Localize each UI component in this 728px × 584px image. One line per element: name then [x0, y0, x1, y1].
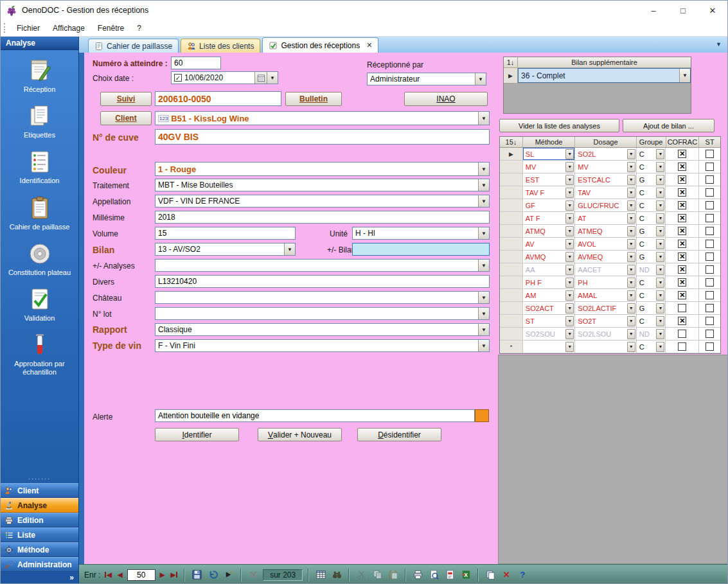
dropdown-icon[interactable]: ▼	[627, 149, 635, 159]
save-icon[interactable]	[190, 569, 203, 581]
menu-item-help[interactable]: ?	[130, 21, 148, 35]
menu-item-fichier[interactable]: Fichier	[10, 21, 46, 35]
dosage-cell[interactable]: GLUC/FRUC▼	[575, 199, 636, 212]
methode-cell[interactable]: SO2ACT▼	[523, 302, 576, 315]
print-preview-icon[interactable]	[427, 569, 440, 581]
dosage-cell[interactable]: AACET▼	[575, 263, 636, 276]
dosage-column-header[interactable]: Dosage	[575, 137, 636, 147]
row-selector[interactable]: ▶	[504, 68, 518, 83]
groupe-cell[interactable]: C▼	[637, 315, 666, 328]
dropdown-icon[interactable]: ▼	[565, 149, 574, 159]
sidebar-item-cahier[interactable]: Cahier de paillasse	[3, 195, 76, 231]
groupe-cell[interactable]: C▼	[637, 186, 666, 199]
dropdown-icon[interactable]: ▼	[565, 213, 574, 224]
dropdown-icon[interactable]: ▼	[656, 175, 664, 185]
dropdown-icon[interactable]: ▼	[565, 329, 574, 339]
tab-gestion[interactable]: Gestion des réceptions✕	[262, 37, 378, 53]
suivi-button[interactable]: Suivi	[100, 92, 152, 106]
bilan-sup-sort-header[interactable]: 1↓	[504, 57, 518, 67]
dropdown-icon[interactable]: ▼	[627, 175, 635, 185]
duplicate-icon[interactable]	[484, 569, 497, 581]
methode-cell[interactable]: ▼	[523, 341, 576, 353]
nav-item-analyse[interactable]: Analyse	[1, 498, 78, 513]
dropdown-icon[interactable]: ▼	[656, 342, 664, 352]
desidentifier-button[interactable]: Désidentifier	[357, 428, 441, 441]
export-pdf-icon[interactable]	[443, 569, 456, 581]
dropdown-icon[interactable]: ▼	[627, 188, 635, 198]
sidebar-splitter[interactable]: ·······	[1, 475, 78, 483]
delete-icon[interactable]: ✕	[500, 569, 513, 581]
row-selector[interactable]	[500, 212, 523, 225]
tab-clients[interactable]: Liste des clients	[181, 39, 260, 53]
st-checkbox[interactable]	[699, 225, 720, 238]
unite-select[interactable]: H - Hl ▼	[352, 227, 490, 240]
nav-item-administration[interactable]: Administration	[1, 557, 78, 572]
chevron-down-icon[interactable]: ▼	[267, 72, 278, 84]
copy-icon[interactable]	[371, 569, 384, 581]
row-selector[interactable]	[500, 173, 523, 186]
dropdown-icon[interactable]: ▼	[565, 200, 574, 211]
nav-item-edition[interactable]: Edition	[1, 513, 78, 527]
couleur-select[interactable]: 1 - Rouge ▼	[155, 162, 490, 176]
dropdown-icon[interactable]: ▼	[656, 162, 664, 172]
st-checkbox[interactable]	[699, 238, 720, 251]
groupe-cell[interactable]: C▼	[637, 289, 666, 302]
dropdown-icon[interactable]: ▼	[565, 188, 574, 198]
dropdown-icon[interactable]: ▼	[565, 290, 574, 301]
sidebar-item-validation[interactable]: Validation	[3, 287, 76, 323]
groupe-cell[interactable]: G▼	[637, 225, 666, 238]
dropdown-icon[interactable]: ▼	[565, 278, 574, 288]
st-checkbox[interactable]	[699, 173, 720, 186]
dropdown-icon[interactable]: ▼	[656, 239, 664, 249]
menu-item-fentre[interactable]: Fenêtre	[91, 21, 130, 35]
groupe-cell[interactable]: G▼	[637, 173, 666, 186]
last-record-button[interactable]: ▶	[169, 571, 179, 578]
row-selector[interactable]	[500, 238, 523, 251]
break-link-icon[interactable]	[247, 569, 260, 581]
st-checkbox[interactable]	[699, 276, 720, 289]
chevron-down-icon[interactable]: ▼	[478, 112, 489, 125]
methode-cell[interactable]: AV▼	[523, 238, 576, 251]
dosage-cell[interactable]: ESTCALC▼	[575, 173, 636, 186]
dropdown-icon[interactable]: ▼	[565, 162, 574, 172]
groupe-cell[interactable]: ND▼	[637, 263, 666, 276]
traitement-select[interactable]: MBT - Mise Bouteilles ▼	[155, 179, 490, 191]
cofrac-checkbox[interactable]	[666, 315, 699, 328]
first-record-button[interactable]: ◀	[103, 571, 113, 578]
cofrac-checkbox[interactable]	[666, 148, 699, 161]
st-checkbox[interactable]	[699, 341, 720, 353]
dropdown-icon[interactable]: ▼	[627, 342, 635, 352]
dropdown-icon[interactable]: ▼	[656, 200, 664, 211]
search-binoculars-icon[interactable]	[330, 569, 343, 581]
inao-button[interactable]: INAO	[404, 92, 488, 106]
bilan-sup-select[interactable]: 36 - Complet ▼	[518, 68, 691, 83]
cofrac-checkbox[interactable]	[666, 302, 699, 315]
appellation-select[interactable]: VDF - VIN DE FRANCE ▼	[155, 195, 490, 208]
paste-icon[interactable]	[387, 569, 400, 581]
dropdown-icon[interactable]: ▼	[565, 175, 574, 185]
groupe-cell[interactable]: G▼	[637, 302, 666, 315]
dosage-cell[interactable]: AT▼	[575, 212, 636, 225]
vider-liste-button[interactable]: Vider la liste des analyses	[499, 119, 619, 132]
dropdown-icon[interactable]: ▼	[627, 252, 635, 262]
row-selector[interactable]	[500, 263, 523, 276]
chevron-down-icon[interactable]: ▼	[478, 292, 489, 303]
dosage-cell[interactable]: PH▼	[575, 276, 636, 289]
groupe-cell[interactable]: C▼	[637, 161, 666, 173]
nav-item-client[interactable]: Client	[1, 483, 78, 498]
row-selector[interactable]	[500, 315, 523, 328]
chevron-down-icon[interactable]: ▼	[284, 243, 295, 255]
cofrac-checkbox[interactable]	[666, 341, 699, 353]
dropdown-icon[interactable]: ▼	[565, 252, 574, 262]
suivi-input[interactable]	[155, 91, 281, 106]
client-button[interactable]: Client	[100, 111, 152, 125]
tab-cahier[interactable]: Cahier de paillasse	[88, 39, 179, 53]
dropdown-icon[interactable]: ▼	[656, 278, 664, 288]
st-column-header[interactable]: ST	[699, 137, 720, 147]
chevron-down-icon[interactable]: ▼	[478, 227, 489, 239]
cofrac-checkbox[interactable]	[666, 161, 699, 173]
tab-list-dropdown-icon[interactable]: ▼	[716, 41, 722, 48]
groupe-cell[interactable]: C▼	[637, 238, 666, 251]
valider-nouveau-button[interactable]: Valider + Nouveau	[258, 428, 342, 441]
tab-close-icon[interactable]: ✕	[366, 41, 372, 49]
